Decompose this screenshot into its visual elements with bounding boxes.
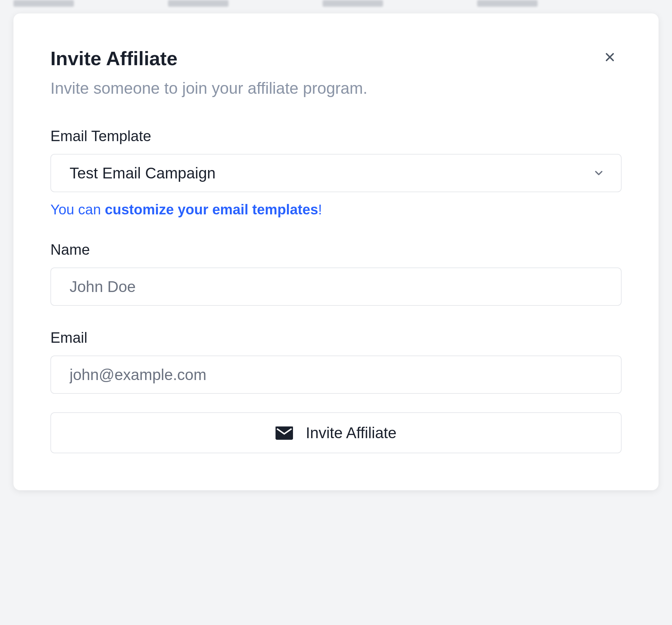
name-input[interactable] [50,267,622,306]
name-label: Name [50,241,622,258]
email-input[interactable] [50,356,622,394]
modal-subtitle: Invite someone to join your affiliate pr… [50,79,622,97]
invite-affiliate-modal: Invite Affiliate Invite someone to join … [14,14,658,490]
envelope-icon [275,426,293,440]
email-template-select-wrapper: Test Email Campaign [50,154,622,192]
email-template-select[interactable]: Test Email Campaign [50,154,622,192]
template-hint: You can customize your email templates! [50,201,622,218]
modal-title: Invite Affiliate [50,47,622,70]
email-group: Email [50,329,622,394]
backdrop-blurred-tabs [0,0,672,12]
name-group: Name [50,241,622,306]
email-template-label: Email Template [50,128,622,144]
hint-suffix: ! [318,201,322,217]
email-label: Email [50,329,622,346]
close-icon [603,50,617,64]
invite-affiliate-button[interactable]: Invite Affiliate [50,412,622,453]
customize-templates-link[interactable]: customize your email templates [105,201,318,217]
submit-label: Invite Affiliate [306,424,397,442]
hint-prefix: You can [50,201,105,217]
close-button[interactable] [601,49,618,66]
email-template-group: Email Template Test Email Campaign You c… [50,128,622,218]
